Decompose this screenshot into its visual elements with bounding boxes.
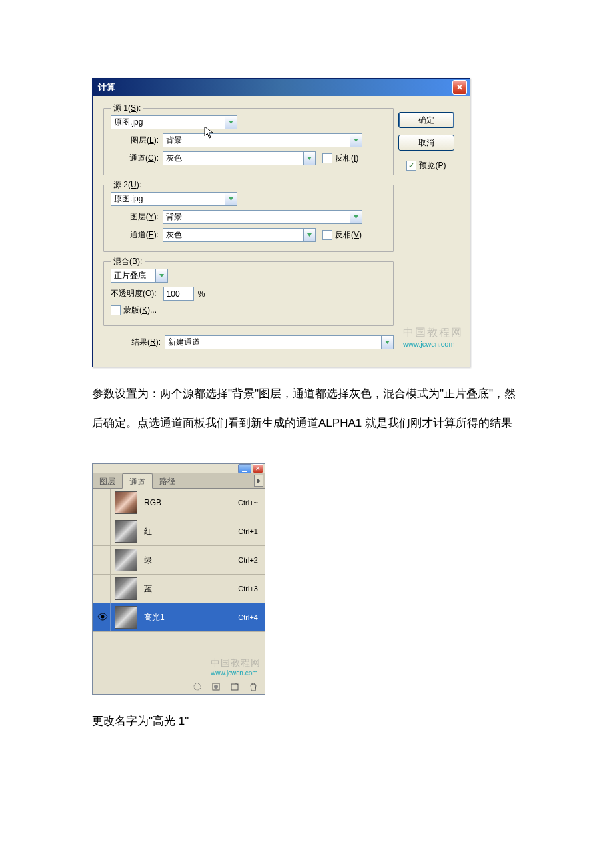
dialog-title: 计算: [98, 81, 115, 93]
source2-legend: 源 2(U):: [111, 179, 144, 191]
opacity-unit: %: [198, 289, 205, 299]
channel-shortcut: Ctrl+2: [238, 556, 265, 564]
chevron-down-icon[interactable]: [225, 193, 237, 205]
channel-name: 红: [141, 526, 234, 537]
eye-icon: [97, 613, 108, 623]
mask-checkbox[interactable]: 蒙版(K)...: [111, 305, 157, 316]
source2-combo[interactable]: 原图.jpg: [111, 192, 237, 206]
chevron-down-icon[interactable]: [303, 229, 315, 241]
visibility-toggle[interactable]: [95, 603, 111, 631]
panel-footer: [93, 679, 265, 694]
cancel-button[interactable]: 取消: [398, 135, 454, 151]
dialog-titlebar[interactable]: 计算 ✕: [93, 79, 470, 96]
source1-legend: 源 1(S):: [111, 103, 143, 114]
panel-tabs: 图层 通道 路径: [93, 473, 265, 489]
instruction-text-2: 更改名字为"高光 1": [92, 713, 613, 729]
chevron-down-icon[interactable]: [350, 211, 362, 223]
source1-layer-label: 图层(L):: [111, 135, 163, 146]
channel-name: 蓝: [141, 583, 234, 595]
watermark: 中国教程网 www.jcwcn.com: [403, 326, 463, 348]
svg-point-0: [101, 615, 105, 618]
tab-layers[interactable]: 图层: [93, 473, 122, 488]
source2-invert-checkbox[interactable]: 反相(V): [322, 229, 362, 241]
visibility-toggle[interactable]: [95, 546, 111, 574]
calculations-dialog: 计算 ✕ 源 1(S): 原图.jpg: [92, 78, 470, 367]
tab-paths[interactable]: 路径: [153, 473, 182, 488]
svg-point-1: [194, 683, 201, 690]
source1-channel-label: 通道(C):: [111, 153, 163, 164]
channel-row[interactable]: RGBCtrl+~: [93, 489, 265, 517]
channel-name: RGB: [141, 498, 234, 507]
delete-channel-icon[interactable]: [249, 682, 258, 691]
source2-channel-combo[interactable]: 灰色: [163, 228, 316, 242]
channel-row[interactable]: 蓝Ctrl+3: [93, 575, 265, 603]
new-channel-icon[interactable]: [230, 682, 239, 691]
minimize-icon[interactable]: [238, 464, 251, 473]
visibility-toggle[interactable]: [95, 517, 111, 545]
chevron-down-icon[interactable]: [155, 269, 167, 282]
chevron-down-icon[interactable]: [381, 336, 393, 349]
tab-channels[interactable]: 通道: [122, 473, 153, 489]
result-label: 结果(R):: [103, 337, 165, 348]
channel-shortcut: Ctrl+1: [238, 527, 265, 535]
channel-shortcut: Ctrl+3: [238, 585, 265, 593]
source2-group: 源 2(U): 原图.jpg 图层(Y): 背景: [103, 185, 394, 252]
save-selection-icon[interactable]: [211, 682, 221, 691]
channel-thumbnail: [115, 549, 137, 571]
channel-row[interactable]: 红Ctrl+1: [93, 517, 265, 546]
instruction-text-1: 参数设置为：两个源都选择"背景"图层，通道都选择灰色，混合模式为"正片叠底"，然…: [92, 379, 518, 438]
source1-channel-combo[interactable]: 灰色: [163, 151, 316, 165]
load-selection-icon[interactable]: [193, 682, 202, 691]
source1-invert-checkbox[interactable]: 反相(I): [322, 153, 358, 164]
chevron-down-icon[interactable]: [303, 152, 315, 165]
svg-rect-4: [231, 684, 238, 690]
source1-combo[interactable]: 原图.jpg: [111, 115, 237, 129]
opacity-label: 不透明度(O):: [111, 288, 161, 299]
svg-point-3: [214, 685, 218, 689]
channel-thumbnail: [115, 577, 137, 600]
chevron-down-icon[interactable]: [350, 134, 362, 147]
source1-group: 源 1(S): 原图.jpg 图层(L):: [103, 108, 394, 175]
ok-button[interactable]: 确定: [398, 112, 454, 128]
channel-shortcut: Ctrl+~: [238, 499, 265, 507]
channel-list: RGBCtrl+~红Ctrl+1绿Ctrl+2蓝Ctrl+3高光1Ctrl+4: [93, 489, 265, 632]
source2-channel-label: 通道(E):: [111, 229, 163, 241]
source1-layer-combo[interactable]: 背景: [163, 133, 362, 147]
visibility-toggle[interactable]: [95, 575, 111, 603]
visibility-toggle[interactable]: [95, 489, 111, 517]
channels-panel: ✕ 图层 通道 路径 RGBCtrl+~红Ctrl+1绿Ctrl+2蓝Ctrl+…: [92, 463, 265, 695]
channel-row[interactable]: 高光1Ctrl+4: [93, 603, 265, 632]
result-combo[interactable]: 新建通道: [165, 335, 394, 349]
close-icon[interactable]: ✕: [452, 80, 467, 95]
channel-thumbnail: [115, 491, 137, 514]
blending-group: 混合(B): 正片叠底 不透明度(O): 100 %: [103, 261, 394, 326]
channel-name: 高光1: [141, 612, 234, 623]
opacity-input[interactable]: 100: [163, 287, 194, 301]
panel-menu-icon[interactable]: [254, 475, 263, 487]
blending-legend: 混合(B):: [111, 256, 145, 267]
blending-combo[interactable]: 正片叠底: [111, 269, 168, 283]
channel-name: 绿: [141, 555, 234, 566]
source2-layer-combo[interactable]: 背景: [163, 210, 362, 224]
channel-thumbnail: [115, 520, 137, 543]
preview-checkbox[interactable]: ✓ 预览(P): [406, 160, 446, 171]
source2-layer-label: 图层(Y):: [111, 211, 163, 223]
chevron-down-icon[interactable]: [225, 116, 237, 129]
channel-shortcut: Ctrl+4: [238, 613, 265, 621]
panel-titlebar[interactable]: ✕: [93, 464, 265, 473]
close-icon[interactable]: ✕: [253, 464, 263, 473]
channel-thumbnail: [115, 606, 137, 629]
channel-row[interactable]: 绿Ctrl+2: [93, 546, 265, 575]
